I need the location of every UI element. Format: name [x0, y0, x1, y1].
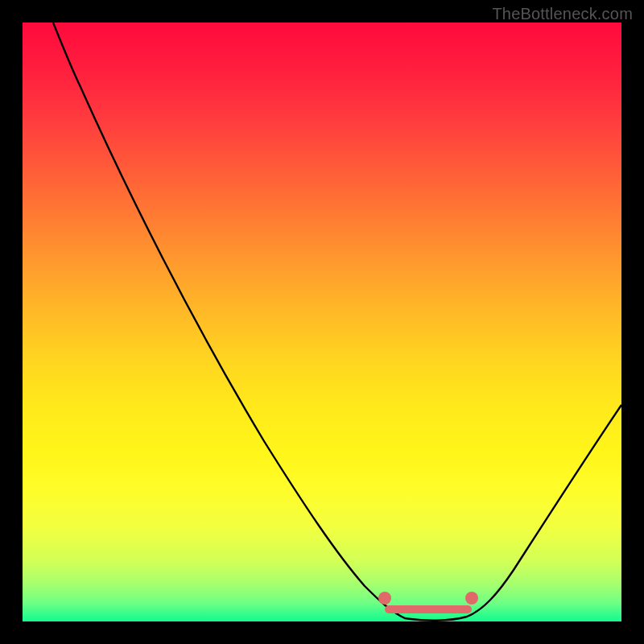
optimal-zone-marker	[378, 592, 478, 613]
chart-container: TheBottleneck.com	[0, 0, 644, 644]
watermark-text: TheBottleneck.com	[492, 5, 633, 23]
curve-layer	[23, 23, 621, 621]
optimal-zone-end-dot	[465, 592, 478, 605]
optimal-zone-bar	[385, 605, 472, 613]
optimal-zone-start-dot	[378, 592, 391, 605]
bottleneck-curve-path	[53, 23, 621, 621]
plot-area	[23, 23, 621, 621]
